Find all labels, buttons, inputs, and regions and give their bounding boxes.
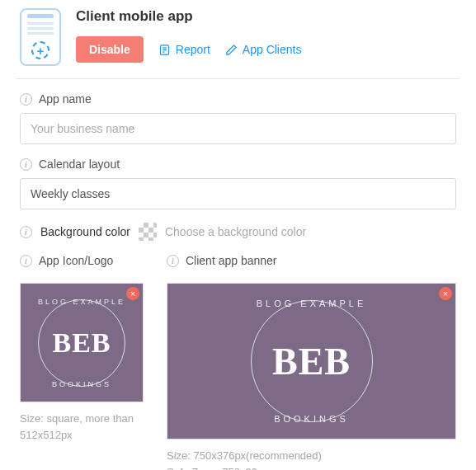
report-label: Report xyxy=(176,43,210,56)
app-clients-label: App Clients xyxy=(243,43,302,56)
app-icon-hint: Size: square, more than 512x512px xyxy=(20,411,144,443)
banner-preview[interactable]: × BLOG EXAMPLE BEB BOOKINGS xyxy=(167,283,456,439)
info-icon: i xyxy=(20,158,32,171)
app-phone-illustration: + xyxy=(20,8,61,66)
report-link[interactable]: Report xyxy=(158,43,210,56)
app-icon-preview[interactable]: × BLOG EXAMPLE BEB BOOKINGS xyxy=(20,283,144,402)
info-icon: i xyxy=(20,226,32,238)
logo-graphic: BLOG EXAMPLE BEB BOOKINGS xyxy=(33,294,130,392)
background-color-picker[interactable] xyxy=(139,223,157,241)
calendar-layout-select[interactable] xyxy=(20,178,456,209)
background-color-label: Background color xyxy=(40,225,130,238)
banner-hint-line2: Safe Zone: 750x80px xyxy=(167,464,456,471)
app-name-label: App name xyxy=(39,92,92,106)
remove-banner-button[interactable]: × xyxy=(439,287,452,300)
app-icon-label: App Icon/Logo xyxy=(39,254,113,267)
background-color-hint: Choose a background color xyxy=(165,225,306,238)
page-title: Client mobile app xyxy=(76,8,301,25)
calendar-layout-label: Calendar layout xyxy=(39,157,120,171)
banner-hint-line1: Size: 750x376px(recommended) xyxy=(167,448,456,464)
info-icon: i xyxy=(20,93,32,106)
report-icon xyxy=(158,44,171,56)
plus-icon: + xyxy=(31,41,49,59)
logo-graphic: BLOG EXAMPLE BEB BOOKINGS xyxy=(246,295,378,427)
disable-button[interactable]: Disable xyxy=(76,36,144,63)
pencil-icon xyxy=(225,44,238,56)
banner-label: Client app banner xyxy=(186,254,277,267)
app-clients-link[interactable]: App Clients xyxy=(225,43,302,56)
info-icon: i xyxy=(167,255,179,267)
info-icon: i xyxy=(20,255,32,267)
divider xyxy=(16,78,460,79)
app-name-input[interactable] xyxy=(20,113,456,144)
